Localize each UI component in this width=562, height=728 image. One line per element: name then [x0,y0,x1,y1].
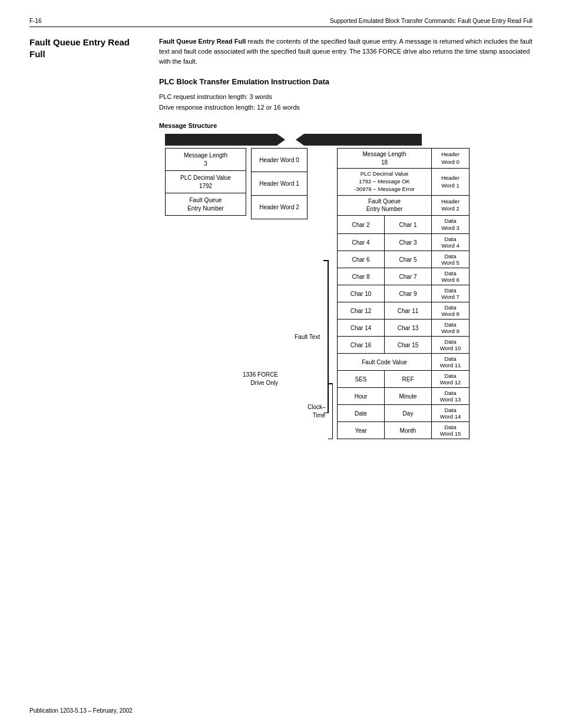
response-table-area: Message Length18 HeaderWord 0 PLC Decima… [337,148,470,439]
header-word-2-left: Header Word 2 [252,196,308,219]
data-word-3: DataWord 3 [432,215,470,234]
char1-cell: Char 1 [385,215,432,234]
diagram: Message Length3 PLC Decimal Value1792 Fa… [159,133,501,439]
table-row: Fault QueueEntry Number [166,193,246,216]
minute-cell: Minute [385,388,432,405]
table-row: Char 6 Char 5 DataWord 5 [338,251,470,268]
char13-cell: Char 13 [385,319,432,337]
plc-line1: PLC request instruction length: 3 words [159,92,533,103]
resp-plc-decimal: PLC Decimal Value1792 – Message OK-30976… [338,169,432,195]
table-row: Char 14 Char 13 DataWord 9 [338,319,470,337]
fault-text-text: Fault Text [295,334,320,340]
footer-text: Publication 1203-5.13 – February, 2002 [29,707,133,714]
hour-cell: Hour [338,388,385,405]
send-arrowhead [277,134,285,146]
data-word-5: DataWord 5 [432,251,470,268]
force-drive-text: 1336 FORCEDrive Only [243,371,278,386]
ref-cell: REF [385,371,432,388]
char4-cell: Char 4 [338,234,385,251]
table-row: Date Day DataWord 14 [338,405,470,422]
content-area: Fault Queue Entry Read Full reads the co… [159,37,533,439]
table-row: Char 10 Char 9 DataWord 7 [338,285,470,302]
data-word-8: DataWord 8 [432,302,470,319]
sub-heading: PLC Block Transfer Emulation Instruction… [159,77,533,86]
data-word-4: DataWord 4 [432,234,470,251]
intro-paragraph: Fault Queue Entry Read Full reads the co… [159,37,533,67]
char2-cell: Char 2 [338,215,385,234]
char14-cell: Char 14 [338,319,385,337]
msg-structure-label: Message Structure [159,122,533,129]
char15-cell: Char 15 [385,337,432,354]
fault-queue-entry-cell: Fault QueueEntry Number [166,193,246,216]
header-word-1-left: Header Word 1 [252,172,308,196]
table-row: Message Length18 HeaderWord 0 [338,149,470,169]
year-cell: Year [338,422,385,439]
char6-cell: Char 6 [338,251,385,268]
char12-cell: Char 12 [338,302,385,319]
table-row: Fault Code Value DataWord 11 [338,354,470,371]
table-row: PLC Decimal Value1792 [166,171,246,193]
fault-code-cell: Fault Code Value [338,354,432,371]
char16-cell: Char 16 [338,337,385,354]
char11-cell: Char 11 [385,302,432,319]
clock-time-label-area: Clock–Time [308,383,333,439]
table-row: Header Word 1 [252,172,308,196]
data-word-7: DataWord 7 [432,285,470,302]
table-row: SES REF DataWord 12 [338,371,470,388]
data-word-13: DataWord 13 [432,388,470,405]
page-number: F-16 [29,18,42,24]
data-word-6: DataWord 6 [432,268,470,285]
table-row: Char 8 Char 7 DataWord 6 [338,268,470,285]
resp-header-word-0: HeaderWord 0 [432,149,470,169]
char3-cell: Char 3 [385,234,432,251]
day-cell: Day [385,405,432,422]
ses-cell: SES [338,371,385,388]
table-row: Header Word 0 [252,149,308,172]
resp-fault-queue-entry: Fault QueueEntry Number [338,195,432,215]
resp-header-word-2: HeaderWord 2 [432,195,470,215]
table-row: Fault QueueEntry Number HeaderWord 2 [338,195,470,215]
char9-cell: Char 9 [385,285,432,302]
clock-time-text: Clock–Time [308,403,326,419]
msg-length-cell: Message Length3 [166,149,246,171]
recv-arrowhead [296,134,304,146]
recv-arrow [304,134,422,146]
plc-line2: Drive response instruction length: 12 or… [159,103,533,113]
intro-bold: Fault Queue Entry Read Full [159,38,246,45]
section-title: Fault Queue Entry Read Full [29,37,147,60]
data-word-11: DataWord 11 [432,354,470,371]
resp-header-word-1: HeaderWord 1 [432,169,470,195]
request-table: Message Length3 PLC Decimal Value1792 Fa… [165,148,246,216]
table-row: Year Month DataWord 15 [338,422,470,439]
table-row: Char 12 Char 11 DataWord 8 [338,302,470,319]
table-row: Char 4 Char 3 DataWord 4 [338,234,470,251]
arrow-bars [165,133,501,147]
table-row: PLC Decimal Value1792 – Message OK-30976… [338,169,470,195]
table-row: Header Word 2 [252,196,308,219]
plc-decimal-cell: PLC Decimal Value1792 [166,171,246,193]
data-word-15: DataWord 15 [432,422,470,439]
header-word-0-left: Header Word 0 [252,149,308,172]
data-word-14: DataWord 14 [432,405,470,422]
page-header: F-16 Supported Emulated Block Transfer C… [29,18,533,27]
page-title: Supported Emulated Block Transfer Comman… [330,18,533,24]
clock-time-brace [328,383,333,439]
month-cell: Month [385,422,432,439]
table-row: Hour Minute DataWord 13 [338,388,470,405]
table-row: Char 2 Char 1 DataWord 3 [338,215,470,234]
send-arrow [165,134,277,146]
data-word-12: DataWord 12 [432,371,470,388]
table-row: Char 16 Char 15 DataWord 10 [338,337,470,354]
data-word-9: DataWord 9 [432,319,470,337]
header-words-table: Header Word 0 Header Word 1 Header Word … [251,148,308,219]
char5-cell: Char 5 [385,251,432,268]
page: F-16 Supported Emulated Block Transfer C… [0,0,562,728]
tables-row: Message Length3 PLC Decimal Value1792 Fa… [165,148,501,439]
response-table: Message Length18 HeaderWord 0 PLC Decima… [337,148,470,439]
force-drive-label: 1336 FORCEDrive Only [243,371,278,387]
char10-cell: Char 10 [338,285,385,302]
plc-info: PLC request instruction length: 3 words … [159,92,533,113]
date-cell: Date [338,405,385,422]
char7-cell: Char 7 [385,268,432,285]
char8-cell: Char 8 [338,268,385,285]
